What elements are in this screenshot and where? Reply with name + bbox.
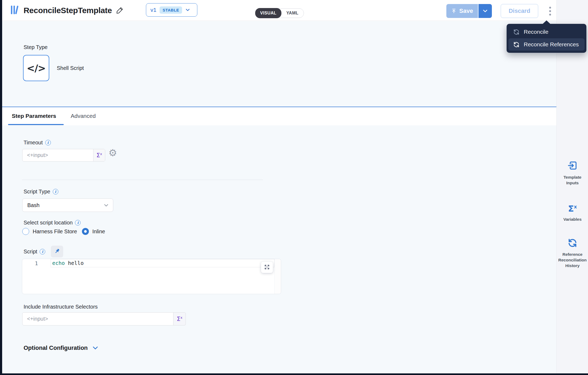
form-section-background — [2, 125, 556, 373]
reconcile-icon — [513, 29, 520, 35]
step-type-label: Step Type — [24, 44, 48, 50]
pin-icon — [54, 248, 60, 255]
include-infra-label-row: Include Infrastructure Selectors — [24, 304, 98, 310]
save-options-button[interactable] — [478, 4, 492, 18]
editor-line-number: 1 — [22, 259, 51, 267]
right-rail: Template Inputs Σx Variables Reference R… — [556, 0, 588, 373]
radio-label: Inline — [92, 228, 105, 235]
toggle-visual[interactable]: VISUAL — [255, 8, 281, 18]
template-inputs-icon — [557, 160, 588, 171]
more-options-button[interactable] — [545, 5, 555, 17]
chevron-down-icon — [92, 345, 99, 351]
reconcile-icon — [513, 41, 520, 48]
discard-button[interactable]: Discard — [501, 4, 538, 18]
kebab-dot — [549, 10, 551, 12]
save-button[interactable]: Save — [446, 4, 478, 18]
step-type-section-background — [2, 21, 556, 107]
template-library-icon — [10, 5, 20, 16]
script-label-row: Script i — [24, 245, 63, 258]
script-type-value: Bash — [27, 202, 40, 208]
info-icon[interactable]: i — [75, 220, 81, 226]
expand-editor-button[interactable] — [261, 262, 273, 273]
kebab-dot — [549, 7, 551, 9]
runtime-input-button[interactable]: Σx — [93, 149, 105, 161]
template-studio-screen: ReconcileStepTemplate v1 STABLE — [0, 0, 588, 375]
sigma-icon: Σx — [96, 152, 102, 159]
menu-item-label: Reconcile References — [524, 41, 579, 48]
optional-configuration-toggle[interactable]: Optional Configuration — [24, 344, 99, 351]
rail-item-label: Reference Reconciliation History — [557, 252, 588, 268]
script-location-options: Harness File Store Inline — [22, 228, 105, 235]
gear-icon[interactable]: ⚙ — [108, 148, 117, 158]
script-type-label: Script Type — [24, 189, 50, 195]
page-title: ReconcileStepTemplate — [24, 6, 112, 15]
script-location-label-row: Select script location i — [24, 220, 81, 226]
timeout-label-row: Timeout i — [24, 140, 51, 146]
info-icon[interactable]: i — [53, 189, 58, 194]
chevron-down-icon — [104, 203, 109, 208]
active-tab-underline — [8, 124, 64, 125]
visual-yaml-toggle: VISUAL YAML — [255, 8, 304, 18]
menu-item-reconcile-references[interactable]: Reconcile References — [508, 38, 585, 51]
script-label: Script — [24, 249, 37, 255]
sigma-icon: Σx — [177, 316, 182, 322]
save-split-button: Save — [446, 4, 492, 18]
kebab-dot — [549, 14, 551, 16]
editor-scrollbar[interactable] — [274, 259, 281, 294]
context-menu-arrow — [542, 20, 551, 24]
tab-advanced[interactable]: Advanced — [71, 107, 96, 125]
version-label: v1 — [150, 7, 156, 13]
step-type-card[interactable]: </> — [23, 55, 49, 81]
code-icon: </> — [27, 63, 46, 74]
version-dropdown[interactable]: v1 STABLE — [146, 3, 197, 17]
rail-item-label: Template Inputs — [557, 174, 588, 186]
chevron-down-icon — [185, 8, 190, 12]
timeout-input[interactable]: <+input> Σx — [22, 149, 105, 162]
include-infra-input[interactable]: <+input> — [22, 312, 174, 325]
menu-item-label: Reconcile — [524, 29, 548, 35]
header-brand-cluster: ReconcileStepTemplate — [10, 0, 124, 21]
rail-item-label: Variables — [557, 216, 588, 222]
header: ReconcileStepTemplate v1 STABLE — [2, 0, 556, 21]
variables-icon: Σx — [557, 204, 588, 213]
editor-code-line: echo hello — [52, 259, 84, 267]
rail-item-reconciliation-history[interactable]: Reference Reconciliation History — [557, 238, 588, 268]
radio-unselected-icon — [22, 228, 29, 235]
version-stable-badge: STABLE — [160, 6, 182, 14]
app-bottom-dark-edge — [0, 373, 588, 375]
script-location-label: Select script location — [24, 220, 73, 226]
toggle-yaml[interactable]: YAML — [281, 8, 304, 18]
chevron-down-icon — [483, 8, 488, 14]
timeout-label: Timeout — [24, 140, 43, 146]
script-type-select[interactable]: Bash — [22, 198, 113, 212]
include-infra-label: Include Infrastructure Selectors — [24, 304, 98, 310]
optional-configuration-label: Optional Configuration — [24, 344, 88, 351]
upload-icon — [451, 8, 457, 14]
radio-selected-icon — [82, 228, 89, 235]
app-nav-dark-edge — [0, 0, 2, 375]
radio-harness-file-store[interactable]: Harness File Store — [22, 228, 77, 235]
tab-step-parameters[interactable]: Step Parameters — [12, 107, 56, 125]
editor-active-line — [51, 259, 274, 267]
pencil-icon — [116, 6, 124, 15]
main-panel: ReconcileStepTemplate v1 STABLE — [2, 0, 556, 373]
script-code-editor[interactable]: 1 echo hello — [22, 259, 281, 294]
code-keyword: echo — [52, 260, 65, 266]
radio-inline[interactable]: Inline — [82, 228, 105, 235]
include-infra-row: <+input> Σx — [22, 312, 186, 325]
rail-item-template-inputs[interactable]: Template Inputs — [557, 160, 588, 186]
section-divider — [22, 180, 263, 180]
menu-item-reconcile[interactable]: Reconcile — [508, 26, 585, 38]
rail-item-variables[interactable]: Σx Variables — [557, 204, 588, 222]
info-icon[interactable]: i — [45, 140, 51, 145]
reconcile-history-icon — [557, 238, 588, 248]
step-type-value: Shell Script — [57, 55, 84, 81]
script-type-label-row: Script Type i — [24, 189, 58, 195]
code-text: hello — [65, 260, 84, 266]
expand-icon — [264, 264, 270, 271]
info-icon[interactable]: i — [40, 249, 45, 254]
runtime-input-button[interactable]: Σx — [174, 312, 186, 325]
edit-title-button[interactable] — [116, 6, 124, 15]
save-button-label: Save — [459, 8, 473, 14]
pin-button[interactable] — [51, 246, 63, 257]
